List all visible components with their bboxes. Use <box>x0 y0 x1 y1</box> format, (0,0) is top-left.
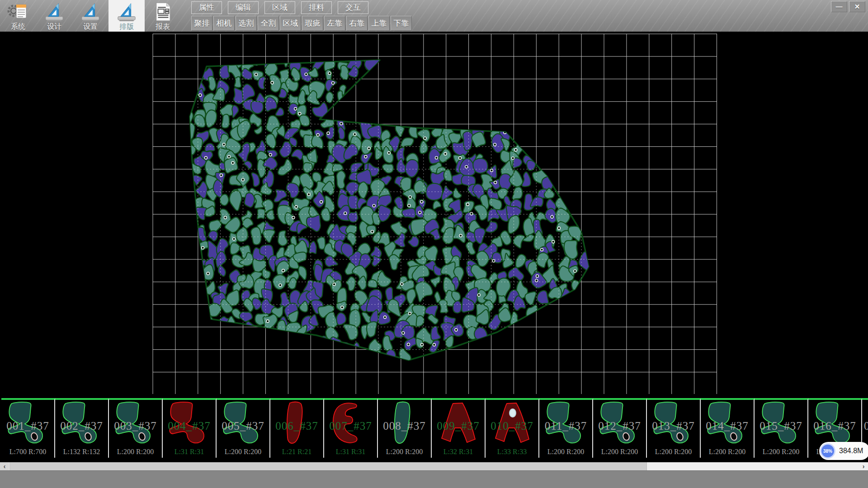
piece-id-label: 016_#37 <box>808 420 861 432</box>
memory-amount-label: 384.8M <box>839 447 863 455</box>
close-button[interactable]: ✕ <box>849 1 865 12</box>
menu-tab-4[interactable]: 交互 <box>338 1 368 14</box>
piece-lr-label: L:31 R:31 <box>324 448 377 456</box>
mode-label: 报表 <box>156 22 170 32</box>
piece-lr-label: L:200 R:200 <box>593 448 646 456</box>
tool-button-9[interactable]: 下靠 <box>391 16 412 31</box>
scrollbar-thumb[interactable] <box>9 462 647 470</box>
piece-id-label: 006_#37 <box>270 420 323 432</box>
hide-nest-drawing <box>0 32 868 462</box>
mode-label: 设置 <box>83 22 98 32</box>
piece-lr-label: L:200 R:200 <box>217 448 269 456</box>
tool-button-0[interactable]: 聚排 <box>191 16 212 31</box>
piece-lr-label: L:21 R:21 <box>270 448 323 456</box>
piece-thumbnail-2[interactable]: 002_#37 L:132 R:132 <box>55 398 109 458</box>
window-controls: — ✕ <box>829 1 865 12</box>
piece-id-label: 0 <box>864 420 868 432</box>
piece-lr-label: L:200 R:200 <box>378 448 431 456</box>
piece-thumbnail-strip: 001_#37 L:700 R:700 002_#37 L:132 R:132 … <box>0 398 868 456</box>
nesting-app-window: 系统 设计 设置 排版 报表 属性编辑区域排料交互 聚排相机选割全割区域瑕疵左靠… <box>0 0 868 488</box>
piece-id-label: 013_#37 <box>647 420 700 432</box>
piece-lr-label: L:33 R:33 <box>486 448 538 456</box>
piece-lr-label: L:200 R:200 <box>755 448 807 456</box>
ruler-icon <box>115 2 138 22</box>
piece-id-label: 014_#37 <box>701 420 754 432</box>
piece-thumbnail-10[interactable]: 010_#37 L:33 R:33 <box>486 398 539 458</box>
piece-lr-label: L:200 R:200 <box>647 448 700 456</box>
memory-widget[interactable]: 38% 384.8M <box>819 442 868 460</box>
mode-button-report[interactable]: 报表 <box>145 0 181 32</box>
piece-lr-label: L:31 R:31 <box>163 448 216 456</box>
piece-lr-label: L:200 R:200 <box>109 448 162 456</box>
scroll-left-arrow[interactable]: ‹ <box>0 462 9 470</box>
tool-button-2[interactable]: 选割 <box>236 16 257 31</box>
piece-lr-label: L:132 R:132 <box>55 448 108 456</box>
piece-id-label: 008_#37 <box>378 420 431 432</box>
status-bar <box>0 470 868 488</box>
piece-thumbnail-8[interactable]: 008_#37 L:200 R:200 <box>378 398 432 458</box>
tool-button-1[interactable]: 相机 <box>213 16 235 31</box>
mode-toolbar: 系统 设计 设置 排版 报表 <box>0 0 181 32</box>
tool-button-3[interactable]: 全割 <box>258 16 279 31</box>
menu-tab-0[interactable]: 属性 <box>191 1 222 14</box>
menu-tab-1[interactable]: 编辑 <box>228 1 259 14</box>
piece-thumbnail-9[interactable]: 009_#37 L:32 R:31 <box>432 398 486 458</box>
piece-lr-label: L:200 R:200 <box>539 448 592 456</box>
piece-id-label: 002_#37 <box>55 420 108 432</box>
titlebar: 系统 设计 设置 排版 报表 属性编辑区域排料交互 聚排相机选割全割区域瑕疵左靠… <box>0 0 868 32</box>
piece-lr-label: L:32 R:31 <box>432 448 485 456</box>
mode-button-layout[interactable]: 排版 <box>108 0 145 32</box>
mode-button-system[interactable]: 系统 <box>0 0 36 32</box>
piece-id-label: 001_#37 <box>1 420 54 432</box>
piece-thumbnail-13[interactable]: 013_#37 L:200 R:200 <box>647 398 701 458</box>
piece-lr-label: L:700 R:700 <box>1 448 54 456</box>
piece-thumbnail-7[interactable]: 007_#37 L:31 R:31 <box>324 398 378 458</box>
piece-id-label: 005_#37 <box>217 420 269 432</box>
tool-row: 聚排相机选割全割区域瑕疵左靠右靠上靠下靠 <box>191 16 413 31</box>
horizontal-scrollbar[interactable]: ‹ › <box>0 462 868 470</box>
tool-button-8[interactable]: 上靠 <box>368 16 390 31</box>
piece-id-label: 004_#37 <box>163 420 216 432</box>
piece-thumbnail-12[interactable]: 012_#37 L:200 R:200 <box>593 398 647 458</box>
mode-label: 设计 <box>47 22 61 32</box>
piece-id-label: 011_#37 <box>539 420 592 432</box>
scroll-right-arrow[interactable]: › <box>859 462 868 470</box>
mode-label: 系统 <box>11 22 25 32</box>
piece-id-label: 012_#37 <box>593 420 646 432</box>
tool-button-4[interactable]: 区域 <box>280 16 301 31</box>
piece-thumbnail-11[interactable]: 011_#37 L:200 R:200 <box>539 398 593 458</box>
menu-area: 属性编辑区域排料交互 聚排相机选割全割区域瑕疵左靠右靠上靠下靠 <box>191 1 413 31</box>
piece-thumbnail-6[interactable]: 006_#37 L:21 R:21 <box>270 398 324 458</box>
mode-button-settings[interactable]: 设置 <box>72 0 108 32</box>
report-icon <box>152 2 173 22</box>
piece-thumbnail-5[interactable]: 005_#37 L:200 R:200 <box>217 398 270 458</box>
piece-thumbnail-14[interactable]: 014_#37 L:200 R:200 <box>701 398 755 458</box>
gear-document-icon <box>6 2 30 22</box>
memory-percent-badge: 38% <box>820 443 835 459</box>
piece-id-label: 009_#37 <box>432 420 485 432</box>
piece-thumbnail-3[interactable]: 003_#37 L:200 R:200 <box>109 398 163 458</box>
mode-button-design[interactable]: 设计 <box>36 0 72 32</box>
piece-id-label: 007_#37 <box>324 420 377 432</box>
tool-button-6[interactable]: 左靠 <box>324 16 345 31</box>
piece-thumbnail-1[interactable]: 001_#37 L:700 R:700 <box>1 398 55 458</box>
piece-lr-label: L:200 R:200 <box>701 448 754 456</box>
minimize-button[interactable]: — <box>831 1 847 12</box>
piece-id-label: 015_#37 <box>755 420 807 432</box>
nesting-canvas[interactable] <box>0 32 868 462</box>
piece-id-label: 003_#37 <box>109 420 162 432</box>
menu-tab-3[interactable]: 排料 <box>301 1 332 14</box>
menu-tabs: 属性编辑区域排料交互 <box>191 1 413 14</box>
mode-label: 排版 <box>119 22 134 32</box>
piece-thumbnail-4[interactable]: 004_#37 L:31 R:31 <box>163 398 217 458</box>
menu-tab-2[interactable]: 区域 <box>264 1 295 14</box>
tool-button-7[interactable]: 右靠 <box>346 16 368 31</box>
ruler-icon <box>79 2 102 22</box>
tool-button-5[interactable]: 瑕疵 <box>302 16 323 31</box>
ruler-icon <box>42 2 66 22</box>
piece-id-label: 010_#37 <box>486 420 538 432</box>
piece-thumbnail-15[interactable]: 015_#37 L:200 R:200 <box>755 398 808 458</box>
